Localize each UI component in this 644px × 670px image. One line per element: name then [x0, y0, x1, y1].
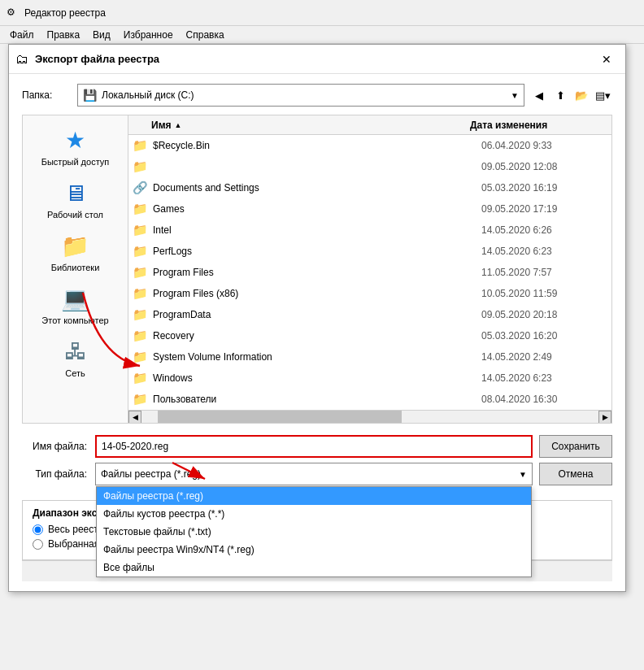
horizontal-scrollbar[interactable]: ◀ ▶	[128, 410, 611, 423]
new-folder-button[interactable]: 📂	[572, 85, 591, 105]
scroll-thumb[interactable]	[158, 411, 402, 423]
nav-quick-access-label: Быстрый доступ	[41, 157, 110, 167]
back-button[interactable]: ◀	[529, 85, 549, 105]
drive-icon: 💾	[83, 89, 97, 102]
filename-input[interactable]	[95, 435, 533, 458]
file-row[interactable]: 📁 $Recycle.Bin 06.04.2020 9:33	[128, 135, 611, 156]
file-list-scroll[interactable]: 📁 $Recycle.Bin 06.04.2020 9:33 📁 09.05.2…	[128, 135, 611, 410]
file-row[interactable]: 📁 Recovery 05.03.2020 16:20	[128, 325, 611, 346]
filetype-row: Тип файла: Файлы реестра (*.reg) ▼ Файлы…	[22, 463, 612, 485]
nav-desktop-label: Рабочий стол	[47, 210, 103, 220]
file-row[interactable]: 🔗 Documents and Settings 05.03.2020 16:1…	[128, 177, 611, 198]
dialog-title-bar: 🗂 Экспорт файла реестра ✕	[9, 45, 625, 74]
file-row[interactable]: 📁 Пользователи 08.04.2020 16:30	[128, 389, 611, 410]
file-row[interactable]: 📁 ProgramData 09.05.2020 20:18	[128, 304, 611, 325]
title-bar: ⚙ Редактор реестра	[0, 0, 644, 26]
toolbar: ◀ ⬆ 📂 ▤▾	[529, 85, 612, 105]
scroll-left-btn[interactable]: ◀	[128, 411, 141, 424]
filetype-option-1[interactable]: Файлы кустов реестра (*.*)	[97, 505, 531, 523]
file-name: ProgramData	[153, 309, 481, 320]
desktop-icon: 🖥	[64, 180, 87, 207]
file-name: Program Files	[153, 267, 481, 278]
file-date: 08.04.2020 16:30	[481, 394, 611, 405]
close-button[interactable]: ✕	[594, 47, 619, 72]
app-icon: ⚙	[7, 7, 20, 20]
file-name: $Recycle.Bin	[153, 140, 481, 151]
filetype-combo[interactable]: Файлы реестра (*.reg) ▼ Файлы реестра (*…	[95, 463, 533, 485]
file-date: 09.05.2020 17:19	[481, 203, 611, 215]
nav-quick-access[interactable]: ★ Быстрый доступ	[26, 122, 124, 172]
file-name: System Volume Information	[153, 351, 481, 363]
quick-access-icon: ★	[65, 127, 85, 154]
filetype-dropdown: Файлы реестра (*.reg) Файлы кустов реест…	[96, 486, 532, 577]
filetype-label: Тип файла:	[22, 468, 95, 480]
filename-row: Имя файла: Сохранить	[22, 435, 612, 458]
menu-help[interactable]: Справка	[180, 28, 231, 42]
view-menu-button[interactable]: ▤▾	[593, 85, 612, 105]
file-row[interactable]: 📁 Windows 14.05.2020 6:23	[128, 368, 611, 389]
file-date: 14.05.2020 2:49	[481, 351, 611, 363]
combo-arrow-icon: ▼	[511, 91, 519, 100]
file-browser: ★ Быстрый доступ 🖥 Рабочий стол 📁 Библио…	[22, 115, 612, 424]
radio-all-input[interactable]	[33, 524, 43, 535]
folder-label: Папка:	[22, 89, 71, 101]
file-name: Documents and Settings	[153, 182, 481, 194]
save-button[interactable]: Сохранить	[539, 435, 612, 458]
col-date-header[interactable]: Дата изменения	[467, 120, 597, 131]
export-dialog: 🗂 Экспорт файла реестра ✕ Папка: 💾 Локал…	[8, 44, 626, 592]
menu-edit[interactable]: Правка	[41, 28, 87, 42]
file-name: Пользователи	[153, 394, 481, 405]
folder-combo[interactable]: 💾 Локальный диск (C:) ▼	[77, 84, 524, 107]
bottom-form: Имя файла: Сохранить Тип файла: Файлы ре…	[22, 432, 612, 494]
file-icon: 📁	[132, 264, 148, 281]
dialog-icon: 🗂	[15, 52, 28, 67]
folder-location-row: Папка: 💾 Локальный диск (C:) ▼ ◀ ⬆ 📂 ▤▾	[22, 84, 612, 107]
name-sort-icon: ▲	[175, 121, 182, 129]
up-button[interactable]: ⬆	[550, 85, 570, 105]
file-name: Windows	[153, 372, 481, 384]
file-row[interactable]: 📁 Games 09.05.2020 17:19	[128, 198, 611, 220]
file-date: 09.05.2020 12:08	[481, 161, 611, 172]
dialog-content: Папка: 💾 Локальный диск (C:) ▼ ◀ ⬆ 📂 ▤▾ …	[9, 74, 625, 591]
file-date: 06.04.2020 9:33	[481, 140, 611, 151]
folder-combo-text: Локальный диск (C:)	[102, 89, 511, 101]
nav-network[interactable]: 🖧 Сеть	[26, 333, 124, 383]
filetype-option-4[interactable]: Все файлы	[97, 559, 531, 576]
menu-file[interactable]: Файл	[3, 28, 41, 42]
file-date: 11.05.2020 7:57	[481, 267, 611, 278]
menu-view[interactable]: Вид	[86, 28, 117, 42]
file-icon: 📁	[132, 328, 148, 344]
this-pc-icon: 💻	[61, 285, 89, 312]
file-row[interactable]: 📁 Intel 14.05.2020 6:26	[128, 220, 611, 241]
filetype-option-3[interactable]: Файлы реестра Win9x/NT4 (*.reg)	[97, 541, 531, 559]
file-date: 14.05.2020 6:23	[481, 246, 611, 257]
file-row[interactable]: 📁 Program Files (x86) 10.05.2020 11:59	[128, 283, 611, 304]
col-name-header[interactable]: Имя ▲	[128, 120, 467, 131]
file-icon: 🔗	[132, 180, 148, 196]
file-row[interactable]: 📁 Program Files 11.05.2020 7:57	[128, 262, 611, 283]
cancel-button[interactable]: Отмена	[539, 463, 612, 485]
file-row[interactable]: 📁 PerfLogs 14.05.2020 6:23	[128, 241, 611, 262]
radio-sel-input[interactable]	[33, 539, 43, 550]
file-name: PerfLogs	[153, 246, 481, 257]
dialog-title: Экспорт файла реестра	[35, 53, 594, 65]
menu-favorites[interactable]: Избранное	[117, 28, 180, 42]
scroll-right-btn[interactable]: ▶	[598, 411, 611, 424]
nav-desktop[interactable]: 🖥 Рабочий стол	[26, 175, 124, 224]
file-name: Games	[153, 203, 481, 215]
nav-this-pc-label: Этот компьютер	[41, 315, 108, 325]
file-date: 05.03.2020 16:19	[481, 182, 611, 194]
filetype-combo-text: Файлы реестра (*.reg)	[101, 468, 519, 480]
filetype-option-0[interactable]: Файлы реестра (*.reg)	[97, 487, 531, 505]
file-icon: 📁	[132, 222, 148, 238]
file-row[interactable]: 📁 09.05.2020 12:08	[128, 156, 611, 177]
filetype-arrow-icon: ▼	[519, 470, 527, 479]
nav-this-pc[interactable]: 💻 Этот компьютер	[26, 281, 124, 330]
filetype-option-2[interactable]: Текстовые файлы (*.txt)	[97, 523, 531, 541]
nav-network-label: Сеть	[65, 368, 85, 378]
nav-libraries[interactable]: 📁 Библиотеки	[26, 228, 124, 277]
file-row[interactable]: 📁 System Volume Information 14.05.2020 2…	[128, 346, 611, 368]
file-name: Intel	[153, 224, 481, 236]
libraries-icon: 📁	[61, 233, 89, 259]
file-date: 10.05.2020 11:59	[481, 288, 611, 299]
